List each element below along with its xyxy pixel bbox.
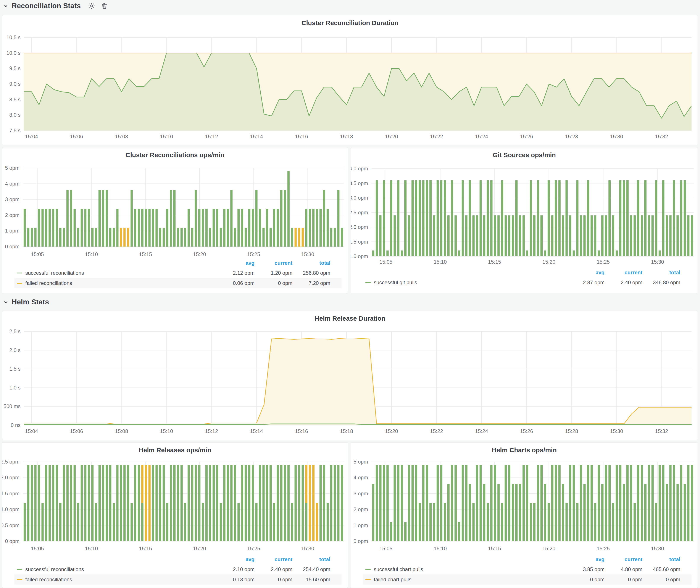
section-helm-stats[interactable]: Helm Stats (3, 298, 49, 306)
legend-header-total[interactable]: total (642, 270, 680, 276)
svg-text:15:10: 15:10 (85, 251, 98, 257)
legend-header-current[interactable]: current (255, 260, 292, 266)
helm-release-duration-chart[interactable]: 15:0415:0615:0815:1015:1215:1415:1615:18… (2, 311, 698, 440)
legend-value-total: 256.80 opm (292, 270, 330, 276)
legend-header-total[interactable]: total (292, 556, 330, 562)
svg-text:15:25: 15:25 (597, 259, 610, 265)
svg-text:15:10: 15:10 (160, 428, 173, 434)
svg-text:15:32: 15:32 (655, 134, 668, 139)
svg-text:15:30: 15:30 (301, 251, 314, 257)
series-name[interactable]: successful reconciliations (25, 566, 217, 572)
chevron-down-icon[interactable] (3, 3, 9, 9)
svg-text:15:08: 15:08 (115, 428, 128, 434)
legend-header-current[interactable]: current (605, 270, 642, 276)
legend-value-current: 2.40 opm (255, 566, 292, 572)
series-name[interactable]: failed chart pulls (374, 577, 567, 583)
legend: avgcurrenttotalsuccessful reconciliation… (14, 555, 342, 585)
series-name[interactable]: successful reconciliations (25, 270, 217, 276)
legend-value-avg: 2.10 opm (217, 566, 255, 572)
legend-value-avg: 2.12 opm (217, 270, 255, 276)
svg-text:1.0 opm: 1.0 opm (351, 253, 368, 259)
legend-value-total: 0 opm (642, 577, 680, 583)
svg-text:15:30: 15:30 (610, 428, 623, 434)
legend-value-avg: 2.87 opm (567, 279, 605, 286)
svg-text:9.0 s: 9.0 s (9, 81, 21, 87)
svg-text:15:18: 15:18 (340, 428, 353, 434)
legend-header-row: avgcurrenttotal (363, 555, 692, 564)
legend-header-total[interactable]: total (292, 260, 330, 266)
series-name[interactable]: failed reconciliations (25, 280, 217, 286)
legend-value-current: 1.20 opm (255, 270, 292, 276)
section-reconciliation-stats[interactable]: Reconciliation Stats (3, 2, 108, 10)
legend-header-total[interactable]: total (642, 556, 680, 562)
legend-item[interactable]: failed reconciliations0.06 opm0 opm7.20 … (14, 278, 342, 288)
svg-text:3.0 opm: 3.0 opm (351, 195, 368, 201)
svg-text:15:30: 15:30 (651, 546, 664, 551)
svg-text:3.5 opm: 3.5 opm (351, 180, 368, 186)
cluster-reconciliation-duration-chart[interactable]: 15:0415:0615:0815:1015:1215:1415:1615:18… (2, 15, 698, 145)
svg-text:0 opm: 0 opm (5, 538, 19, 544)
section-title[interactable]: Reconciliation Stats (12, 2, 81, 10)
legend-header-avg[interactable]: avg (567, 556, 605, 562)
svg-text:2.0 opm: 2.0 opm (2, 475, 19, 480)
svg-text:2 opm: 2 opm (353, 506, 368, 512)
series-name[interactable]: successful git pulls (374, 279, 567, 286)
svg-text:15:25: 15:25 (247, 251, 260, 257)
legend: avgcurrenttotalsuccessful reconciliation… (14, 258, 342, 288)
legend-value-avg: 0.06 opm (217, 280, 255, 286)
svg-text:4 opm: 4 opm (5, 181, 19, 187)
legend: avgcurrenttotalsuccessful chart pulls3.8… (363, 555, 692, 585)
gear-icon[interactable] (88, 2, 95, 10)
svg-text:15:20: 15:20 (542, 546, 555, 551)
trash-icon[interactable] (101, 2, 108, 10)
svg-text:1.5 opm: 1.5 opm (351, 239, 368, 245)
legend-header-current[interactable]: current (605, 556, 642, 562)
svg-text:15:06: 15:06 (70, 428, 83, 434)
svg-text:0.5 opm: 0.5 opm (2, 522, 19, 528)
legend-value-total: 7.20 opm (292, 280, 330, 286)
legend-value-total: 254.40 opm (292, 566, 330, 572)
series-name[interactable]: failed reconciliations (25, 577, 217, 583)
legend-header-avg[interactable]: avg (217, 260, 255, 266)
svg-text:15:14: 15:14 (250, 134, 263, 139)
legend-header-row: avgcurrenttotal (14, 258, 342, 268)
svg-text:15:05: 15:05 (379, 546, 392, 551)
section-title[interactable]: Helm Stats (12, 298, 49, 306)
legend-value-current: 0 opm (255, 280, 292, 286)
svg-text:15:14: 15:14 (250, 428, 263, 434)
legend-value-current: 0 opm (605, 577, 642, 583)
legend-item[interactable]: successful chart pulls3.85 opm4.80 opm46… (363, 564, 692, 574)
series-name[interactable]: successful chart pulls (374, 566, 567, 572)
svg-text:15:10: 15:10 (434, 259, 447, 265)
svg-text:8.0 s: 8.0 s (9, 112, 21, 118)
svg-text:15:20: 15:20 (385, 134, 398, 139)
svg-text:4 opm: 4 opm (353, 475, 368, 480)
panel-git-sources-opm: Git Sources ops/min 15:0515:1015:1515:20… (351, 147, 698, 293)
legend-value-total: 346.80 opm (642, 279, 680, 286)
legend-item[interactable]: failed chart pulls0 opm0 opm0 opm (363, 574, 692, 585)
legend-header-avg[interactable]: avg (217, 556, 255, 562)
svg-text:15:05: 15:05 (31, 251, 44, 257)
chevron-down-icon[interactable] (3, 299, 9, 305)
legend-item[interactable]: successful reconciliations2.10 opm2.40 o… (14, 564, 342, 574)
legend-item[interactable]: successful git pulls2.87 opm2.40 opm346.… (363, 277, 692, 288)
legend-value-avg: 0.13 opm (217, 577, 255, 583)
legend-header-current[interactable]: current (255, 556, 292, 562)
legend-item[interactable]: failed reconciliations0.13 opm0 opm15.60… (14, 574, 342, 585)
svg-text:0 opm: 0 opm (5, 244, 19, 249)
series-color-dash-icon (17, 283, 22, 284)
panel-helm-releases-opm: Helm Releases ops/min 15:0515:1015:1515:… (2, 442, 348, 588)
legend-header-avg[interactable]: avg (567, 270, 605, 276)
svg-text:15:16: 15:16 (295, 428, 308, 434)
legend-item[interactable]: successful reconciliations2.12 opm1.20 o… (14, 268, 342, 278)
svg-text:3 opm: 3 opm (5, 196, 19, 202)
series-color-dash-icon (365, 579, 371, 580)
svg-text:1.0 opm: 1.0 opm (2, 506, 19, 512)
svg-text:0 ns: 0 ns (11, 422, 21, 428)
series-color-dash-icon (17, 569, 22, 570)
svg-text:15:05: 15:05 (31, 546, 44, 551)
svg-text:15:30: 15:30 (301, 546, 314, 551)
legend: avgcurrenttotalsuccessful git pulls2.87 … (363, 268, 692, 288)
series-color-dash-icon (17, 273, 22, 273)
legend-value-current: 0 opm (255, 577, 292, 583)
